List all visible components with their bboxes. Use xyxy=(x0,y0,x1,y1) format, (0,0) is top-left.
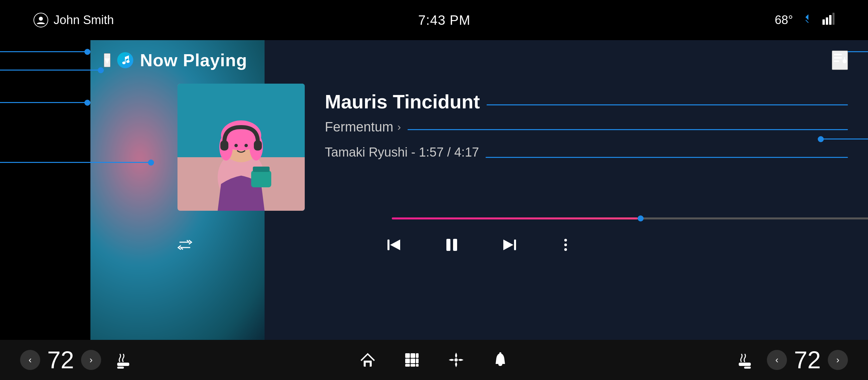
svg-rect-45 xyxy=(410,364,415,367)
bluetooth-icon xyxy=(802,13,813,27)
svg-point-32 xyxy=(564,244,567,246)
right-seat-heat-button[interactable] xyxy=(736,351,753,369)
chevron-right-icon: › xyxy=(398,121,401,133)
next-button[interactable] xyxy=(501,236,518,253)
svg-rect-11 xyxy=(834,61,839,62)
svg-rect-29 xyxy=(453,239,457,251)
accent-line-4 xyxy=(0,162,154,163)
status-bar: John Smith 7:43 PM 68° xyxy=(0,0,868,40)
left-temp-control: ‹ 72 › xyxy=(20,346,101,374)
left-seat-heat-button[interactable] xyxy=(115,351,132,369)
svg-point-0 xyxy=(39,17,43,21)
svg-rect-38 xyxy=(405,353,410,358)
song-info: Mauris Tincidunt Fermentum › Tamaki Ryus… xyxy=(325,83,848,170)
song-title-line: Mauris Tincidunt xyxy=(325,90,848,119)
svg-point-47 xyxy=(455,358,458,361)
svg-rect-42 xyxy=(410,358,415,363)
svg-rect-41 xyxy=(405,358,410,363)
svg-point-24 xyxy=(244,144,248,147)
home-button[interactable] xyxy=(359,351,376,369)
now-playing-title: Now Playing xyxy=(140,50,247,70)
left-temp-decrease-button[interactable]: ‹ xyxy=(20,350,40,370)
song-artist-time: Tamaki Ryushi - 1:57 / 4:17 xyxy=(325,145,479,160)
header-left: ▾ Now Playing xyxy=(104,50,247,70)
user-info: John Smith xyxy=(33,13,114,27)
svg-rect-22 xyxy=(254,140,262,150)
svg-rect-21 xyxy=(220,140,228,150)
user-avatar-icon xyxy=(33,13,48,27)
svg-point-23 xyxy=(235,144,238,147)
album-line-bar xyxy=(407,129,848,130)
left-temp-value: 72 xyxy=(45,346,76,374)
repeat-button[interactable] xyxy=(178,238,192,252)
svg-rect-4 xyxy=(833,13,835,25)
svg-rect-40 xyxy=(416,353,418,358)
progress-fill xyxy=(392,217,638,219)
left-temp-increase-button[interactable]: › xyxy=(81,350,101,370)
svg-rect-27 xyxy=(388,240,390,250)
svg-rect-30 xyxy=(514,240,516,250)
player-content: Mauris Tincidunt Fermentum › Tamaki Ryus… xyxy=(90,77,868,217)
accent-line-right-progress xyxy=(818,138,868,139)
right-temp-increase-button[interactable]: › xyxy=(828,350,848,370)
center-nav xyxy=(152,351,716,369)
song-title: Mauris Tincidunt xyxy=(325,90,480,113)
accent-line-3 xyxy=(0,102,90,103)
svg-rect-1 xyxy=(823,20,825,25)
right-temp-value: 72 xyxy=(792,346,823,374)
title-line-bar xyxy=(487,104,848,105)
svg-point-33 xyxy=(564,248,567,251)
temperature: 68° xyxy=(775,13,793,27)
svg-rect-39 xyxy=(410,353,415,358)
signal-icon xyxy=(823,13,835,28)
album-line: Fermentum › xyxy=(325,119,848,140)
accent-line-2 xyxy=(0,70,104,71)
svg-rect-34 xyxy=(117,362,129,366)
player-panel: ▾ Now Playing xyxy=(90,40,868,340)
music-note-icon xyxy=(117,52,133,68)
player-controls xyxy=(90,230,868,260)
status-time: 7:43 PM xyxy=(418,13,470,28)
bell-button[interactable] xyxy=(492,351,509,369)
album-art xyxy=(178,83,305,211)
svg-rect-2 xyxy=(826,18,828,25)
svg-rect-44 xyxy=(405,364,410,367)
svg-point-6 xyxy=(126,60,130,63)
apps-button[interactable] xyxy=(403,351,421,369)
dropdown-button[interactable]: ▾ xyxy=(104,53,111,67)
svg-rect-35 xyxy=(117,367,124,369)
song-album[interactable]: Fermentum › xyxy=(325,119,401,135)
svg-rect-3 xyxy=(829,15,832,25)
svg-rect-43 xyxy=(416,358,418,363)
svg-rect-10 xyxy=(834,57,842,59)
left-temp-section: ‹ 72 › xyxy=(0,346,152,374)
previous-button[interactable] xyxy=(385,236,403,253)
artist-line-bar xyxy=(486,157,848,158)
svg-rect-26 xyxy=(253,167,270,172)
progress-track[interactable] xyxy=(392,217,868,219)
pause-button[interactable] xyxy=(443,236,461,253)
queue-button[interactable] xyxy=(832,50,848,70)
user-name: John Smith xyxy=(54,13,114,27)
svg-point-31 xyxy=(564,239,567,242)
artist-time-line: Tamaki Ryushi - 1:57 / 4:17 xyxy=(325,145,848,170)
fan-button[interactable] xyxy=(447,351,465,369)
more-button[interactable] xyxy=(558,238,573,252)
right-temp-control: ‹ 72 › xyxy=(767,346,848,374)
svg-rect-28 xyxy=(446,239,451,251)
svg-rect-37 xyxy=(366,362,370,367)
progress-dot xyxy=(638,215,644,221)
svg-rect-46 xyxy=(416,364,418,367)
right-temp-section: ‹ 72 › xyxy=(716,346,868,374)
bottom-nav: ‹ 72 › xyxy=(0,340,868,380)
status-right: 68° xyxy=(775,13,835,28)
progress-section[interactable] xyxy=(111,217,848,219)
accent-line-1 xyxy=(0,51,90,52)
svg-point-48 xyxy=(499,352,501,354)
svg-rect-25 xyxy=(251,171,271,187)
right-temp-decrease-button[interactable]: ‹ xyxy=(767,350,787,370)
player-header: ▾ Now Playing xyxy=(90,40,868,77)
svg-rect-49 xyxy=(739,362,751,366)
svg-rect-9 xyxy=(834,54,842,55)
svg-rect-50 xyxy=(744,367,751,369)
